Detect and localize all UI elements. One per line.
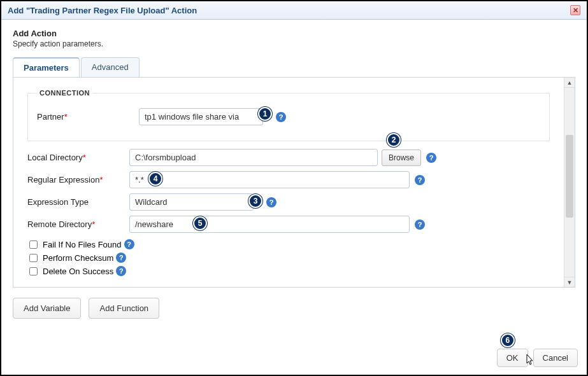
scroll-up-icon[interactable]: ▲ — [564, 78, 575, 88]
scroll-thumb[interactable] — [566, 135, 573, 218]
annotation-badge-3: 3 — [248, 194, 262, 208]
expression-type-label: Expression Type — [27, 197, 129, 207]
tab-parameters[interactable]: Parameters — [13, 57, 80, 77]
connection-group: CONNECTION Partner* 1 ? — [27, 89, 550, 141]
local-directory-label: Local Directory* — [27, 153, 129, 162]
help-icon[interactable]: ? — [266, 197, 276, 207]
remote-directory-input[interactable] — [129, 216, 410, 233]
tab-advanced[interactable]: Advanced — [81, 57, 140, 77]
chk-checksum-label: Perform Checksum — [43, 253, 113, 263]
panel: CONNECTION Partner* 1 ? Local Directory*… — [13, 78, 575, 288]
chk-delete-label: Delete On Success — [43, 267, 113, 276]
browse-button[interactable]: Browse — [382, 150, 421, 166]
row-regex: Regular Expression* 4 ? — [27, 171, 550, 188]
partner-label: Partner* — [37, 112, 139, 122]
scroll-area: CONNECTION Partner* 1 ? Local Directory*… — [13, 78, 564, 287]
chk-fail[interactable] — [29, 240, 38, 249]
section-title: Add Action — [13, 29, 575, 38]
help-icon[interactable]: ? — [415, 175, 425, 185]
footer-right: OK 6 Cancel — [497, 349, 578, 367]
row-expression-type: Expression Type 3 ? — [27, 193, 550, 211]
footer-left: Add Variable Add Function — [13, 298, 575, 319]
section-sub: Specify action parameters. — [13, 39, 575, 48]
dialog-body: Add Action Specify action parameters. Pa… — [1, 20, 587, 325]
remote-directory-label: Remote Directory* — [27, 219, 129, 229]
row-remote-directory: Remote Directory* 5 ? — [27, 216, 550, 233]
row-local-directory: Local Directory* Browse 2 ? — [27, 149, 550, 166]
ok-button[interactable]: OK — [497, 349, 528, 367]
checkboxes: Fail If No Files Found ? Perform Checksu… — [27, 239, 550, 276]
add-variable-button[interactable]: Add Variable — [13, 298, 81, 319]
help-icon[interactable]: ? — [116, 253, 126, 263]
annotation-badge-5: 5 — [193, 216, 207, 230]
annotation-badge-6: 6 — [501, 333, 515, 347]
row-partner: Partner* 1 ? — [37, 108, 540, 125]
chk-checksum-row: Perform Checksum ? — [27, 253, 550, 263]
scrollbar[interactable]: ▲ ▼ — [564, 78, 575, 287]
chk-fail-row: Fail If No Files Found ? — [27, 239, 550, 249]
tabs: Parameters Advanced — [13, 57, 575, 78]
add-function-button[interactable]: Add Function — [89, 298, 159, 319]
chk-checksum[interactable] — [29, 254, 38, 262]
titlebar: Add "Trading Partner Regex File Upload" … — [1, 1, 587, 20]
annotation-badge-2: 2 — [387, 133, 401, 147]
regex-input[interactable] — [129, 171, 410, 188]
partner-input[interactable] — [139, 108, 263, 125]
help-icon[interactable]: ? — [415, 219, 425, 230]
connection-legend: CONNECTION — [37, 89, 92, 97]
expression-type-input[interactable] — [129, 193, 254, 211]
annotation-badge-4: 4 — [148, 172, 162, 186]
scroll-down-icon[interactable]: ▼ — [564, 277, 575, 287]
help-icon[interactable]: ? — [116, 266, 126, 276]
local-directory-input[interactable] — [129, 149, 378, 166]
chk-delete[interactable] — [29, 267, 38, 275]
regex-label: Regular Expression* — [27, 175, 129, 185]
help-icon[interactable]: ? — [426, 153, 436, 163]
chk-fail-label: Fail If No Files Found — [43, 240, 122, 249]
close-icon[interactable]: ✕ — [570, 5, 580, 15]
dialog-title: Add "Trading Partner Regex File Upload" … — [8, 6, 197, 15]
help-icon[interactable]: ? — [276, 112, 286, 122]
annotation-badge-1: 1 — [258, 107, 272, 121]
help-icon[interactable]: ? — [124, 239, 134, 249]
cancel-button[interactable]: Cancel — [533, 349, 578, 367]
chk-delete-row: Delete On Success ? — [27, 266, 550, 276]
